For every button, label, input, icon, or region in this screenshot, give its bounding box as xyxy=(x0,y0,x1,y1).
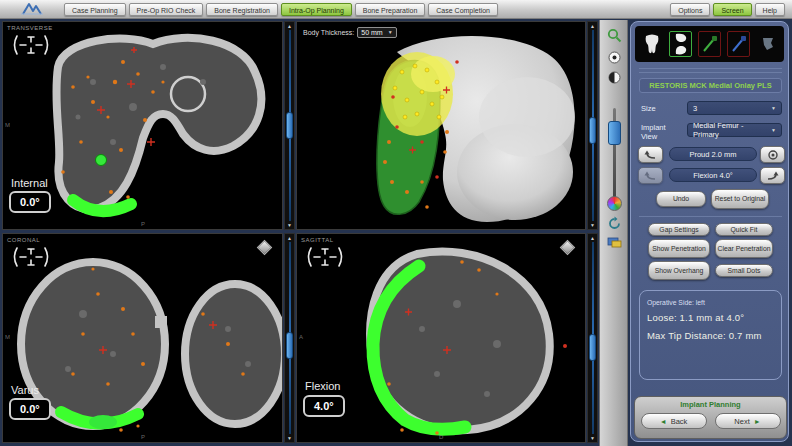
zoom-icon[interactable] xyxy=(607,28,622,43)
implant-view-dropdown[interactable]: Medial Femur - Primary ▼ xyxy=(687,123,782,137)
flexion-increase-button[interactable] xyxy=(760,167,785,184)
max-tip-distance-text: Max Tip Distance: 0.7 mm xyxy=(647,330,774,341)
back-arrow-icon: ◄ xyxy=(660,418,667,425)
viewport-transverse[interactable]: TRANSVERSE M P xyxy=(2,21,283,230)
small-dots-button[interactable]: Small Dots xyxy=(715,264,773,277)
tab-case-planning[interactable]: Case Planning xyxy=(64,3,126,16)
gap-settings-button[interactable]: Gap Settings xyxy=(648,223,710,236)
orientation-letter: P xyxy=(141,221,145,227)
footer-title: Implant Planning xyxy=(635,400,786,409)
flexion-value-button[interactable]: Flexion 4.0° xyxy=(669,168,757,182)
flexion-angle-value: 4.0° xyxy=(303,395,345,417)
scrollbar-handle[interactable] xyxy=(589,117,596,144)
tab-case-completion[interactable]: Case Completion xyxy=(428,3,498,16)
proud-decrease-button[interactable] xyxy=(638,146,663,163)
scroll-down-icon[interactable]: ▼ xyxy=(588,222,597,228)
scroll-up-icon[interactable]: ▲ xyxy=(588,23,597,29)
sagittal-slice-scrollbar[interactable]: ▲ ▼ xyxy=(587,233,598,443)
3d-color-sphere-icon[interactable] xyxy=(607,196,622,211)
scroll-down-icon[interactable]: ▼ xyxy=(285,222,294,228)
next-arrow-icon: ► xyxy=(754,418,761,425)
orientation-letter: M xyxy=(5,334,10,340)
pan-crosshair-icon[interactable] xyxy=(11,246,51,268)
tab-pre-op-rio-check[interactable]: Pre-Op RIO Check xyxy=(129,3,204,16)
proud-value-button[interactable]: Proud 2.0 mm xyxy=(669,147,757,161)
femur-3d-scrollbar[interactable]: ▲ ▼ xyxy=(587,21,598,230)
size-label: Size xyxy=(641,104,656,113)
angle-label-flexion: Flexion xyxy=(305,380,340,392)
viewport-sagittal-label: SAGITTAL xyxy=(301,237,334,243)
view-tool-strip xyxy=(599,20,628,446)
chevron-down-icon: ▼ xyxy=(771,105,776,111)
clear-penetration-button[interactable]: Clear Penetration xyxy=(715,239,773,258)
pan-crosshair-icon[interactable] xyxy=(305,246,345,268)
pan-crosshair-icon[interactable] xyxy=(11,34,51,56)
angle-label-varus: Varus xyxy=(11,384,39,396)
scroll-up-icon[interactable]: ▲ xyxy=(588,235,597,241)
zoom-slider-handle[interactable] xyxy=(608,121,621,145)
screen-button[interactable]: Screen xyxy=(713,3,751,16)
quick-fit-button[interactable]: Quick Fit xyxy=(715,223,773,236)
implant-view-label: Implant View xyxy=(641,123,683,141)
size-dropdown[interactable]: 3 ▼ xyxy=(687,101,782,115)
workflow-icon-strip xyxy=(635,26,784,62)
proud-increase-button[interactable] xyxy=(760,146,785,163)
app-window: Case Planning Pre-Op RIO Check Bone Regi… xyxy=(0,0,792,446)
options-button[interactable]: Options xyxy=(670,3,710,16)
varus-angle-value: 0.0° xyxy=(9,398,51,420)
orientation-letter: M xyxy=(5,122,10,128)
chevron-down-icon: ▼ xyxy=(771,127,776,133)
scroll-down-icon[interactable]: ▼ xyxy=(285,435,294,441)
undo-button[interactable]: Undo xyxy=(656,191,706,207)
orientation-letter: D xyxy=(439,434,443,440)
transverse-slice-scrollbar[interactable]: ▲ ▼ xyxy=(284,21,295,230)
internal-angle-value: 0.0° xyxy=(9,191,51,213)
back-button[interactable]: ◄ Back xyxy=(641,413,707,429)
chevron-down-icon: ▼ xyxy=(388,28,393,37)
scrollbar-handle[interactable] xyxy=(286,112,293,139)
scrollbar-handle[interactable] xyxy=(286,332,293,359)
next-button[interactable]: Next ► xyxy=(715,413,781,429)
loose-value-text: Loose: 1.1 mm at 4.0° xyxy=(647,312,774,323)
viewport-coronal-label: CORONAL xyxy=(7,237,40,243)
help-button[interactable]: Help xyxy=(755,3,785,16)
top-menu-bar: Case Planning Pre-Op RIO Check Bone Regi… xyxy=(0,0,792,19)
body-thickness-dropdown[interactable]: 50 mm ▼ xyxy=(357,27,396,38)
knee-bones-icon[interactable] xyxy=(669,31,692,57)
burr-tool-icon[interactable] xyxy=(756,31,779,57)
scroll-down-icon[interactable]: ▼ xyxy=(588,435,597,441)
coronal-slice-scrollbar[interactable]: ▲ ▼ xyxy=(284,233,295,443)
body-thickness-label: Body Thickness: xyxy=(303,29,354,36)
reset-to-original-button[interactable]: Reset to Original xyxy=(711,189,769,209)
brightness-icon[interactable] xyxy=(607,50,622,65)
blue-probe-icon[interactable] xyxy=(727,31,750,57)
scroll-up-icon[interactable]: ▲ xyxy=(285,23,294,29)
viewport-coronal[interactable]: CORONAL M P xyxy=(2,233,283,443)
scrollbar-handle[interactable] xyxy=(589,334,596,361)
operative-side-text: Operative Side: left xyxy=(647,299,774,306)
tab-intra-op-planning[interactable]: Intra-Op Planning xyxy=(281,3,352,16)
angle-label-internal: Internal xyxy=(11,177,48,189)
tab-bone-registration[interactable]: Bone Registration xyxy=(206,3,278,16)
femur-implant-icon[interactable] xyxy=(640,31,663,57)
planning-info-box: Operative Side: left Loose: 1.1 mm at 4.… xyxy=(639,290,782,380)
femur-3d-render xyxy=(297,22,586,230)
show-penetration-button[interactable]: Show Penetration xyxy=(648,239,710,258)
viewport-femur-3d[interactable]: Body Thickness: 50 mm ▼ xyxy=(296,21,586,230)
rotate-view-icon[interactable] xyxy=(607,216,622,231)
contrast-icon[interactable] xyxy=(607,70,622,85)
flexion-decrease-button[interactable] xyxy=(638,167,663,184)
show-overhang-button[interactable]: Show Overhang xyxy=(648,261,710,280)
orientation-letter: P xyxy=(141,434,145,440)
viewport-transverse-label: TRANSVERSE xyxy=(7,25,53,31)
mako-logo-icon xyxy=(17,2,47,16)
app-logo xyxy=(0,1,64,18)
viewport-sagittal[interactable]: SAGITTAL A D Flexion 4.0° xyxy=(296,233,586,443)
implant-title: RESTORIS MCK Medial Onlay PLS xyxy=(639,78,782,93)
tab-bone-preparation[interactable]: Bone Preparation xyxy=(355,3,425,16)
implant-planning-panel: RESTORIS MCK Medial Onlay PLS Size 3 ▼ I… xyxy=(630,21,789,442)
layers-icon[interactable] xyxy=(607,234,622,249)
scroll-up-icon[interactable]: ▲ xyxy=(285,235,294,241)
green-probe-icon[interactable] xyxy=(698,31,721,57)
navigation-footer: Implant Planning ◄ Back Next ► xyxy=(634,396,787,439)
